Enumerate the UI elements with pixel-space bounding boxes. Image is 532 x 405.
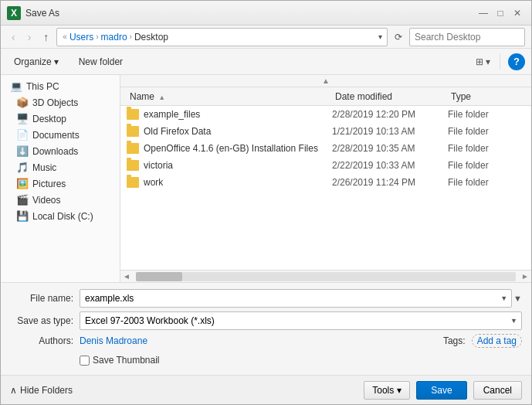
table-row[interactable]: victoria 2/22/2019 10:33 AM File folder xyxy=(120,157,531,174)
breadcrumb: « Users › madro › Desktop xyxy=(62,32,375,43)
table-row[interactable]: work 2/26/2019 11:24 PM File folder xyxy=(120,174,531,191)
sidebar-item-music[interactable]: 🎵 Music xyxy=(1,159,120,175)
sidebar-item-this-pc[interactable]: 💻 This PC xyxy=(1,78,120,94)
folder-icon xyxy=(127,177,139,188)
file-name-cell: victoria xyxy=(127,160,332,171)
folder-icon xyxy=(127,109,139,120)
file-list: example_files 2/28/2019 12:20 PM File fo… xyxy=(120,106,531,270)
music-icon: 🎵 xyxy=(16,162,29,173)
tools-label: Tools xyxy=(372,385,394,396)
scroll-up-area: ▲ xyxy=(120,75,531,87)
save-as-dialog: X Save As — □ ✕ ‹ › ↑ « Users › madro › … xyxy=(0,0,532,405)
tools-caret-icon: ▾ xyxy=(397,385,402,396)
file-type-cell: File folder xyxy=(448,109,525,120)
view-mode-button[interactable]: ⊞ ▾ xyxy=(471,54,495,70)
tags-label: Tags: xyxy=(433,335,472,346)
savetype-select[interactable]: Excel 97-2003 Workbook (*.xls) xyxy=(80,311,522,330)
column-name[interactable]: Name ▲ xyxy=(127,89,332,104)
sort-arrow-icon: ▲ xyxy=(158,94,165,101)
videos-icon: 🎬 xyxy=(16,194,29,206)
file-type-cell: File folder xyxy=(448,160,525,171)
table-row[interactable]: example_files 2/28/2019 12:20 PM File fo… xyxy=(120,106,531,123)
breadcrumb-users[interactable]: Users xyxy=(69,32,93,43)
file-name-cell: OpenOffice 4.1.6 (en-GB) Installation Fi… xyxy=(127,143,332,154)
sidebar-label-this-pc: This PC xyxy=(26,81,59,92)
column-type[interactable]: Type xyxy=(448,89,525,104)
breadcrumb-dropdown-icon[interactable]: ▾ xyxy=(378,32,382,41)
thumbnail-checkbox[interactable] xyxy=(80,356,90,366)
savetype-wrapper[interactable]: Excel 97-2003 Workbook (*.xls) xyxy=(80,311,522,330)
column-date[interactable]: Date modified xyxy=(332,89,448,104)
search-input[interactable] xyxy=(415,32,530,43)
minimize-button[interactable]: — xyxy=(476,5,491,21)
table-row[interactable]: OpenOffice 4.1.6 (en-GB) Installation Fi… xyxy=(120,140,531,157)
up-button[interactable]: ↑ xyxy=(39,29,53,46)
sidebar-label-downloads: Downloads xyxy=(32,146,78,157)
close-button[interactable]: ✕ xyxy=(510,5,525,21)
new-folder-button[interactable]: New folder xyxy=(72,53,130,70)
organize-button[interactable]: Organize ▾ xyxy=(7,53,66,70)
savetype-label: Save as type: xyxy=(10,315,80,326)
forward-button[interactable]: › xyxy=(23,29,36,46)
sidebar-item-local-disk[interactable]: 💾 Local Disk (C:) xyxy=(1,208,120,224)
save-button[interactable]: Save xyxy=(416,381,466,400)
filename-wrapper xyxy=(80,289,512,308)
file-name-cell: example_files xyxy=(127,109,332,120)
maximize-button[interactable]: □ xyxy=(493,5,508,21)
form-area: File name: ▼ Save as type: Excel 97-2003… xyxy=(1,282,531,375)
file-type-cell: File folder xyxy=(448,126,525,137)
app-icon: X xyxy=(7,6,21,20)
organize-label: Organize xyxy=(14,56,52,67)
hide-folders-caret-icon: ∧ xyxy=(10,385,17,396)
sidebar-item-3d-objects[interactable]: 📦 3D Objects xyxy=(1,94,120,111)
3d-objects-icon: 📦 xyxy=(16,97,29,108)
sidebar-label-pictures: Pictures xyxy=(32,179,66,189)
file-date-cell: 2/28/2019 12:20 PM xyxy=(332,109,448,120)
folder-icon xyxy=(127,126,139,137)
file-date-cell: 2/28/2019 10:35 AM xyxy=(332,143,448,154)
breadcrumb-madro[interactable]: madro xyxy=(101,32,127,43)
horizontal-scrollbar[interactable] xyxy=(136,272,516,281)
back-button[interactable]: ‹ xyxy=(7,29,20,46)
sidebar-label-desktop: Desktop xyxy=(32,114,66,124)
sidebar-label-music: Music xyxy=(32,162,56,173)
help-button[interactable]: ? xyxy=(508,53,525,70)
file-name-cell: Old Firefox Data xyxy=(127,126,332,137)
downloads-icon: ⬇️ xyxy=(16,145,29,157)
sidebar-label-documents: Documents xyxy=(32,130,80,141)
view-controls: ⊞ ▾ ? xyxy=(471,53,525,70)
sidebar-item-downloads[interactable]: ⬇️ Downloads xyxy=(1,143,120,159)
scroll-up-icon: ▲ xyxy=(322,77,330,85)
navigation-toolbar: ‹ › ↑ « Users › madro › Desktop ▾ ⟳ 🔍 xyxy=(1,26,531,49)
folder-icon xyxy=(127,160,139,171)
this-pc-icon: 💻 xyxy=(10,80,22,92)
tools-button[interactable]: Tools ▾ xyxy=(364,381,410,400)
toolbar-divider xyxy=(500,54,500,70)
sidebar-item-desktop[interactable]: 🖥️ Desktop xyxy=(1,111,120,127)
footer: ∧ Hide Folders Tools ▾ Save Cancel xyxy=(1,375,531,404)
add-tag-button[interactable]: Add a tag xyxy=(472,334,522,348)
cancel-button[interactable]: Cancel xyxy=(473,381,522,400)
filename-input[interactable] xyxy=(80,289,512,308)
savetype-row: Save as type: Excel 97-2003 Workbook (*.… xyxy=(10,311,522,330)
sidebar-label-3d-objects: 3D Objects xyxy=(32,97,78,108)
thumbnail-checkbox-area: Save Thumbnail xyxy=(80,355,160,366)
hide-folders-button[interactable]: ∧ Hide Folders xyxy=(10,385,73,396)
sidebar-item-documents[interactable]: 📄 Documents xyxy=(1,127,120,143)
thumbnail-label[interactable]: Save Thumbnail xyxy=(93,355,160,366)
table-row[interactable]: Old Firefox Data 1/21/2019 10:13 AM File… xyxy=(120,123,531,140)
scroll-left-icon[interactable]: ◄ xyxy=(120,272,133,281)
file-name-cell: work xyxy=(127,177,332,188)
scroll-right-icon[interactable]: ► xyxy=(519,272,531,281)
sidebar-item-videos[interactable]: 🎬 Videos xyxy=(1,192,120,208)
authors-value: Denis Madroane xyxy=(80,335,433,346)
filename-row: File name: ▼ xyxy=(10,289,522,308)
horizontal-scrollbar-area: ◄ ► xyxy=(120,270,531,282)
file-type-cell: File folder xyxy=(448,177,525,188)
title-bar: X Save As — □ ✕ xyxy=(1,1,531,26)
refresh-button[interactable]: ⟳ xyxy=(391,29,406,45)
filename-dropdown-icon[interactable]: ▼ xyxy=(513,294,522,303)
sidebar-item-pictures[interactable]: 🖼️ Pictures xyxy=(1,175,120,192)
search-box[interactable]: 🔍 xyxy=(409,28,525,46)
breadcrumb-bar[interactable]: « Users › madro › Desktop ▾ xyxy=(56,28,388,46)
